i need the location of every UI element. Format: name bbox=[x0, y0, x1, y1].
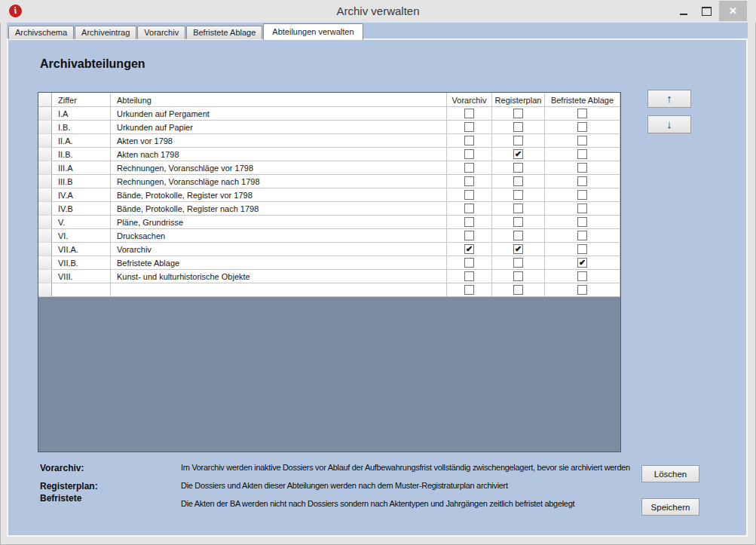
row-selector[interactable] bbox=[38, 243, 52, 256]
registerplan-checkbox[interactable] bbox=[513, 217, 523, 227]
row-selector[interactable] bbox=[38, 229, 52, 243]
abteilung-cell[interactable] bbox=[111, 283, 447, 297]
tab-abteilungen-verwalten[interactable]: Abteilungen verwalten bbox=[263, 23, 363, 40]
abteilung-cell[interactable]: Kunst- und kulturhistorische Objekte bbox=[111, 270, 447, 283]
tab-archiveintrag[interactable]: Archiveintrag bbox=[75, 26, 136, 39]
befristete-ablage-checkbox[interactable] bbox=[577, 176, 587, 186]
ziffer-cell[interactable]: I.B. bbox=[52, 121, 111, 134]
maximize-button[interactable] bbox=[695, 1, 718, 21]
registerplan-checkbox[interactable] bbox=[513, 204, 523, 213]
vorarchiv-checkbox[interactable] bbox=[464, 217, 474, 227]
befristete-ablage-checkbox[interactable] bbox=[577, 136, 587, 145]
befristete-ablage-checkbox[interactable] bbox=[577, 217, 587, 227]
column-header-abteilung[interactable]: Abteilung bbox=[111, 93, 447, 107]
abteilung-cell[interactable]: Pläne, Grundrisse bbox=[111, 216, 447, 229]
vorarchiv-checkbox[interactable] bbox=[464, 258, 474, 268]
ziffer-cell[interactable]: III.B bbox=[52, 175, 111, 188]
vorarchiv-checkbox[interactable] bbox=[464, 204, 474, 213]
befristete-ablage-checkbox[interactable] bbox=[577, 149, 587, 159]
abteilung-cell[interactable]: Bände, Protokolle, Register vor 1798 bbox=[111, 188, 447, 202]
befristete-ablage-checkbox[interactable] bbox=[577, 190, 587, 200]
befristete-ablage-checkbox[interactable] bbox=[577, 109, 587, 118]
registerplan-checkbox[interactable] bbox=[513, 136, 523, 145]
abteilung-cell[interactable]: Urkunden auf Pergament bbox=[111, 107, 447, 121]
vorarchiv-checkbox[interactable] bbox=[464, 136, 474, 145]
row-selector[interactable] bbox=[38, 175, 52, 188]
vorarchiv-checkbox[interactable] bbox=[464, 163, 474, 173]
row-selector[interactable] bbox=[38, 161, 52, 175]
vorarchiv-checkbox[interactable] bbox=[464, 231, 474, 240]
row-selector[interactable] bbox=[38, 270, 52, 283]
table-row[interactable]: I.B.Urkunden auf Papier bbox=[38, 121, 620, 134]
row-selector[interactable] bbox=[38, 134, 52, 148]
vorarchiv-checkbox[interactable] bbox=[464, 285, 474, 295]
vorarchiv-checkbox[interactable] bbox=[464, 122, 474, 132]
registerplan-checkbox[interactable] bbox=[513, 176, 523, 186]
table-row[interactable]: II.A.Akten vor 1798 bbox=[38, 134, 620, 148]
vorarchiv-checkbox[interactable] bbox=[464, 149, 474, 159]
ziffer-cell[interactable]: I.A bbox=[52, 107, 111, 121]
ziffer-cell[interactable]: VIII. bbox=[52, 270, 111, 283]
ziffer-cell[interactable]: II.B. bbox=[52, 148, 111, 161]
befristete-ablage-checkbox[interactable] bbox=[577, 163, 587, 173]
registerplan-checkbox[interactable] bbox=[513, 285, 523, 295]
delete-button[interactable]: Löschen bbox=[641, 465, 699, 482]
row-selector[interactable] bbox=[38, 283, 52, 297]
vorarchiv-checkbox[interactable] bbox=[464, 109, 474, 118]
abteilung-cell[interactable]: Drucksachen bbox=[111, 229, 447, 243]
table-row[interactable]: II.B.Akten nach 1798✔ bbox=[38, 148, 620, 161]
table-row[interactable]: VII.B.Befristete Ablage✔ bbox=[38, 256, 620, 270]
registerplan-checkbox[interactable]: ✔ bbox=[513, 149, 523, 159]
table-row[interactable]: V.Pläne, Grundrisse bbox=[38, 216, 620, 229]
ziffer-cell[interactable]: VII.A. bbox=[52, 243, 111, 256]
registerplan-checkbox[interactable] bbox=[513, 271, 523, 281]
column-header-befristete-ablage[interactable]: Befristete Ablage bbox=[545, 93, 620, 107]
ziffer-cell[interactable] bbox=[52, 283, 111, 297]
ziffer-cell[interactable]: VII.B. bbox=[52, 256, 111, 270]
registerplan-checkbox[interactable] bbox=[513, 163, 523, 173]
registerplan-checkbox[interactable]: ✔ bbox=[513, 244, 523, 254]
ziffer-cell[interactable]: IV.A bbox=[52, 188, 111, 202]
row-selector[interactable] bbox=[38, 107, 52, 121]
row-selector[interactable] bbox=[38, 256, 52, 270]
abteilung-cell[interactable]: Rechnungen, Voranschläge nach 1798 bbox=[111, 175, 447, 188]
column-header-vorarchiv[interactable]: Vorarchiv bbox=[447, 93, 492, 107]
table-row[interactable]: VI.Drucksachen bbox=[38, 229, 620, 243]
vorarchiv-checkbox[interactable] bbox=[464, 176, 474, 186]
vorarchiv-checkbox[interactable] bbox=[464, 190, 474, 200]
tab-befristete-ablage[interactable]: Befristete Ablage bbox=[186, 26, 262, 39]
table-row[interactable]: VIII.Kunst- und kulturhistorische Objekt… bbox=[38, 270, 620, 283]
abteilung-cell[interactable]: Bände, Protokolle, Register nach 1798 bbox=[111, 202, 447, 216]
befristete-ablage-checkbox[interactable] bbox=[577, 285, 587, 295]
row-selector[interactable] bbox=[38, 148, 52, 161]
befristete-ablage-checkbox[interactable] bbox=[577, 231, 587, 240]
vorarchiv-checkbox[interactable]: ✔ bbox=[464, 244, 474, 254]
vorarchiv-checkbox[interactable] bbox=[464, 271, 474, 281]
tab-archivschema[interactable]: Archivschema bbox=[8, 26, 74, 39]
ziffer-cell[interactable]: V. bbox=[52, 216, 111, 229]
abteilung-cell[interactable]: Urkunden auf Papier bbox=[111, 121, 447, 134]
column-header-ziffer[interactable]: Ziffer bbox=[52, 93, 111, 107]
registerplan-checkbox[interactable] bbox=[513, 190, 523, 200]
befristete-ablage-checkbox[interactable] bbox=[577, 122, 587, 132]
save-button[interactable]: Speichern bbox=[641, 498, 699, 516]
abteilung-cell[interactable]: Rechnungen, Voranschläge vor 1798 bbox=[111, 161, 447, 175]
row-selector[interactable] bbox=[38, 202, 52, 216]
close-button[interactable]: ✕ bbox=[719, 1, 747, 21]
row-selector[interactable] bbox=[38, 188, 52, 202]
row-selector[interactable] bbox=[38, 216, 52, 229]
ziffer-cell[interactable]: II.A. bbox=[52, 134, 111, 148]
table-row[interactable]: III.BRechnungen, Voranschläge nach 1798 bbox=[38, 175, 620, 188]
tab-vorarchiv[interactable]: Vorarchiv bbox=[137, 26, 185, 39]
befristete-ablage-checkbox[interactable] bbox=[577, 271, 587, 281]
table-row[interactable]: III.ARechnungen, Voranschläge vor 1798 bbox=[38, 161, 620, 175]
move-down-button[interactable]: ↓ bbox=[647, 115, 691, 133]
befristete-ablage-checkbox[interactable]: ✔ bbox=[577, 258, 587, 268]
registerplan-checkbox[interactable] bbox=[513, 231, 523, 240]
column-header-registerplan[interactable]: Registerplan bbox=[492, 93, 545, 107]
move-up-button[interactable]: ↑ bbox=[647, 90, 691, 108]
registerplan-checkbox[interactable] bbox=[513, 258, 523, 268]
abteilung-cell[interactable]: Befristete Ablage bbox=[111, 256, 447, 270]
abteilung-cell[interactable]: Akten nach 1798 bbox=[111, 148, 447, 161]
row-selector-header[interactable] bbox=[38, 93, 52, 107]
